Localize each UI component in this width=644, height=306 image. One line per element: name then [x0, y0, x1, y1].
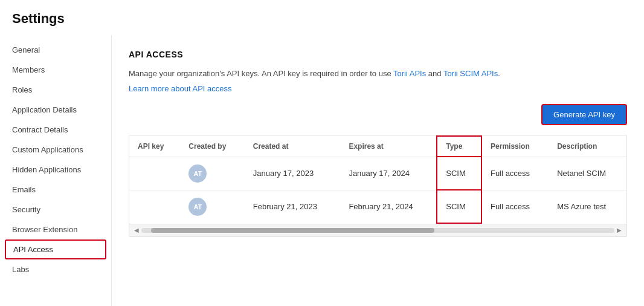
cell-type-1: SCIM	[437, 190, 481, 223]
sidebar-item-application-details[interactable]: Application Details	[0, 100, 111, 120]
col-created-by: Created by	[180, 136, 244, 157]
sidebar-item-security[interactable]: Security	[0, 200, 111, 220]
cell-avatar-0: AT	[180, 157, 244, 190]
sidebar: GeneralMembersRolesApplication DetailsCo…	[0, 35, 112, 306]
cell-avatar-1: AT	[180, 190, 244, 223]
sidebar-item-browser-extension[interactable]: Browser Extension	[0, 220, 111, 239]
torii-scim-apis-link[interactable]: Torii SCIM APIs	[443, 69, 498, 78]
sidebar-item-roles[interactable]: Roles	[0, 80, 111, 100]
scroll-thumb[interactable]	[151, 228, 435, 233]
table-header-row: API key Created by Created at Expires at…	[129, 136, 626, 157]
sidebar-item-members[interactable]: Members	[0, 60, 111, 80]
torii-apis-link[interactable]: Torii APIs	[393, 69, 426, 78]
cell-permission-1: Full access	[481, 190, 549, 223]
col-created-at: Created at	[245, 136, 341, 157]
scroll-right-arrow[interactable]: ▶	[614, 226, 624, 235]
cell-expires-at-0: January 17, 2024	[340, 157, 437, 190]
avatar: AT	[188, 164, 207, 183]
learn-more-link[interactable]: Learn more about API access	[129, 84, 232, 93]
avatar: AT	[188, 198, 207, 216]
section-title: API ACCESS	[129, 50, 627, 59]
sidebar-item-labs[interactable]: Labs	[0, 259, 111, 279]
main-content: API ACCESS Manage your organization's AP…	[112, 35, 644, 306]
cell-expires-at-1: February 21, 2024	[340, 190, 437, 223]
horizontal-scrollbar[interactable]: ◀ ▶	[129, 224, 626, 236]
cell-api-key-1	[129, 190, 180, 223]
col-api-key: API key	[129, 136, 180, 157]
generate-api-key-button[interactable]: Generate API key	[541, 104, 627, 125]
scroll-left-arrow[interactable]: ◀	[132, 226, 141, 235]
description-text: Manage your organization's API keys. An …	[129, 68, 627, 80]
sidebar-item-api-access[interactable]: API Access	[5, 239, 106, 259]
col-description: Description	[549, 136, 626, 157]
api-keys-table: API key Created by Created at Expires at…	[129, 135, 626, 224]
cell-permission-0: Full access	[481, 157, 549, 190]
col-type: Type	[437, 136, 481, 157]
sidebar-item-hidden-applications[interactable]: Hidden Applications	[0, 160, 111, 180]
api-keys-table-wrapper: API key Created by Created at Expires at…	[129, 135, 627, 237]
page-title: Settings	[0, 0, 644, 35]
col-expires-at: Expires at	[340, 136, 437, 157]
table-row: ATJanuary 17, 2023January 17, 2024SCIMFu…	[129, 157, 626, 190]
cell-description-1: MS Azure test	[549, 190, 626, 223]
table-row: ATFebruary 21, 2023February 21, 2024SCIM…	[129, 190, 626, 223]
sidebar-item-emails[interactable]: Emails	[0, 180, 111, 200]
col-permission: Permission	[481, 136, 549, 157]
sidebar-item-general[interactable]: General	[0, 40, 111, 60]
cell-created-at-0: January 17, 2023	[245, 157, 341, 190]
cell-api-key-0	[129, 157, 180, 190]
sidebar-item-custom-applications[interactable]: Custom Applications	[0, 140, 111, 160]
scroll-track[interactable]	[141, 228, 614, 233]
cell-description-0: Netanel SCIM	[549, 157, 626, 190]
cell-created-at-1: February 21, 2023	[245, 190, 341, 223]
cell-type-0: SCIM	[437, 157, 481, 190]
sidebar-item-contract-details[interactable]: Contract Details	[0, 120, 111, 140]
